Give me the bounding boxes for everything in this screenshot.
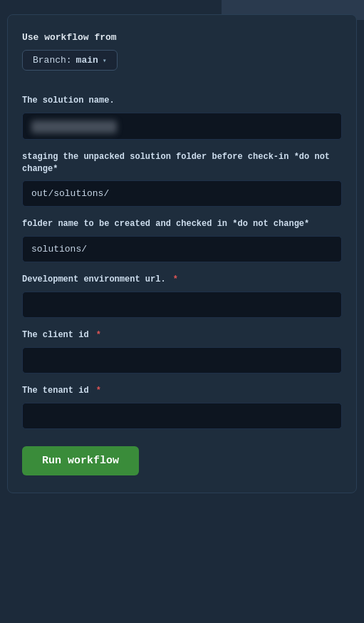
field-solution-name: The solution name. bbox=[22, 95, 342, 140]
workflow-panel: Use workflow from Branch: main ▾ The sol… bbox=[7, 14, 357, 493]
field-label-dev-env-url: Development environment url. * bbox=[22, 274, 342, 286]
branch-prefix: Branch: bbox=[33, 55, 72, 66]
client-id-input[interactable] bbox=[22, 347, 342, 374]
folder-name-input[interactable] bbox=[22, 236, 342, 262]
solution-name-input-blurred[interactable] bbox=[22, 113, 342, 140]
field-label-staging-folder: staging the unpacked solution folder bef… bbox=[22, 151, 342, 175]
dev-env-url-input[interactable] bbox=[22, 292, 342, 318]
run-workflow-button[interactable]: Run workflow bbox=[22, 446, 139, 475]
branch-value: main bbox=[76, 55, 98, 66]
workflow-from-label: Use workflow from bbox=[22, 32, 342, 43]
field-label-folder-name: folder name to be created and checked in… bbox=[22, 218, 342, 230]
field-label-client-id: The client id * bbox=[22, 329, 342, 341]
required-indicator: * bbox=[173, 274, 178, 284]
tenant-id-input[interactable] bbox=[22, 403, 342, 429]
field-staging-folder: staging the unpacked solution folder bef… bbox=[22, 151, 342, 207]
field-client-id: The client id * bbox=[22, 329, 342, 374]
field-dev-env-url: Development environment url. * bbox=[22, 274, 342, 318]
required-indicator-client: * bbox=[96, 330, 101, 340]
required-indicator-tenant: * bbox=[96, 386, 101, 396]
workflow-from-section: Use workflow from Branch: main ▾ bbox=[22, 32, 342, 83]
field-tenant-id: The tenant id * bbox=[22, 385, 342, 429]
field-label-tenant-id: The tenant id * bbox=[22, 385, 342, 397]
field-label-solution-name: The solution name. bbox=[22, 95, 342, 107]
field-folder-name: folder name to be created and checked in… bbox=[22, 218, 342, 262]
chevron-down-icon: ▾ bbox=[103, 56, 107, 65]
branch-button[interactable]: Branch: main ▾ bbox=[22, 50, 118, 71]
staging-folder-input[interactable] bbox=[22, 180, 342, 207]
blurred-value bbox=[31, 120, 117, 133]
